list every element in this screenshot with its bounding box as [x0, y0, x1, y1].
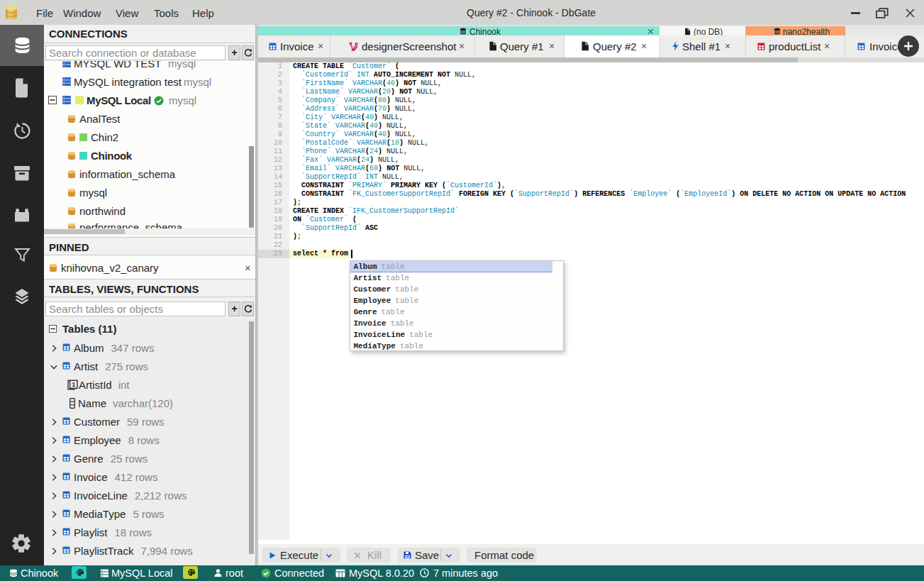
svg-text:1: 1 — [72, 381, 75, 388]
